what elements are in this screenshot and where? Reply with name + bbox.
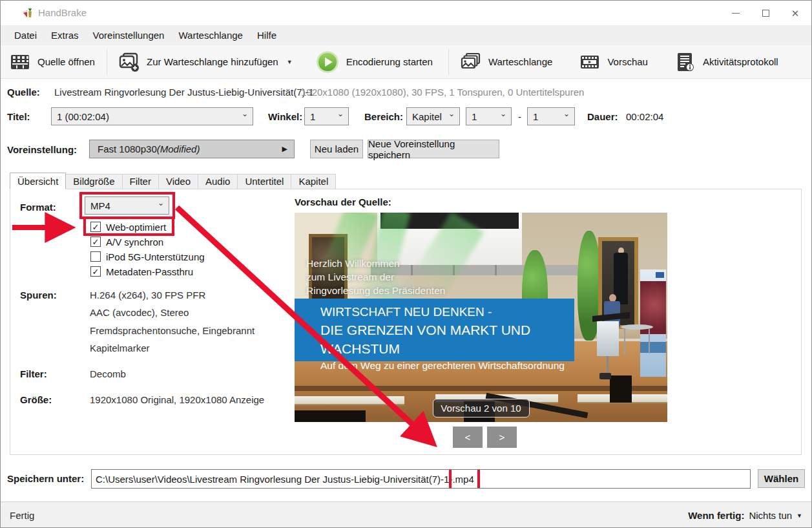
- title-select-value: 1 (00:02:04): [57, 111, 109, 122]
- activity-log-button[interactable]: Aktivitätsprotokoll: [666, 45, 787, 78]
- toolbar-separator: [107, 49, 107, 75]
- status-text: Fertig: [10, 510, 34, 521]
- range-start-select[interactable]: 1 ⌄: [466, 107, 512, 125]
- speaker-box: [610, 375, 632, 403]
- toolbar-separator: [448, 49, 449, 75]
- range-end-select[interactable]: 1 ⌄: [527, 107, 575, 125]
- preview-next-button[interactable]: >: [487, 427, 517, 448]
- when-done-label: Wenn fertig:: [688, 510, 744, 521]
- main-toolbar: Quelle öffnen Zur Warteschlange hinzufüg…: [1, 45, 811, 79]
- range-type-select[interactable]: Kapitel ⌄: [406, 107, 460, 125]
- range-end-value: 1: [533, 111, 538, 122]
- chevron-down-icon: ⌄: [158, 198, 164, 207]
- destination-path-input[interactable]: C:\Users\user\Videos\Livestream Ringvorl…: [91, 469, 751, 489]
- preview-button[interactable]: Vorschau: [570, 45, 657, 78]
- save-as-label: Speichern unter:: [7, 473, 84, 484]
- maximize-button[interactable]: [751, 1, 780, 25]
- reload-preset-button[interactable]: Neu laden: [310, 140, 363, 158]
- av-sync-checkbox[interactable]: [90, 237, 101, 247]
- audience-table: [295, 396, 404, 405]
- metadata-passthru-checkbox[interactable]: [90, 266, 101, 277]
- minimize-button[interactable]: [721, 1, 751, 25]
- checkbox-row-web-optimized: Web-optimiert: [90, 220, 166, 233]
- filmstrip-icon: [579, 52, 600, 72]
- maximize-icon: [762, 10, 769, 17]
- size-label: Größe:: [20, 394, 52, 405]
- chevron-down-icon: ▼: [796, 512, 802, 519]
- menu-warteschlange[interactable]: Warteschlange: [171, 25, 250, 45]
- settings-tabs: Übersicht Bildgröße Filter Video Audio U…: [10, 173, 336, 189]
- chevron-down-icon[interactable]: ▼: [287, 59, 293, 65]
- tab-bildgroesse[interactable]: Bildgröße: [66, 174, 122, 189]
- preview-prev-button[interactable]: <: [453, 427, 483, 448]
- destination-path-extension: .mp4: [452, 474, 474, 485]
- browse-button[interactable]: Wählen: [758, 469, 805, 488]
- menu-hilfe[interactable]: Hilfe: [250, 25, 284, 45]
- range-type-value: Kapitel: [412, 111, 442, 122]
- duration-label: Dauer:: [587, 111, 618, 122]
- preset-select[interactable]: Fast 1080p30 (Modified) ▶: [89, 140, 295, 158]
- queue-button[interactable]: Warteschlange: [452, 45, 562, 78]
- rollup-banner: [640, 269, 666, 377]
- status-bar: Fertig Wenn fertig: Nichts tun ▼: [1, 502, 811, 528]
- save-new-preset-button[interactable]: Neue Voreinstellung speichern: [368, 140, 499, 158]
- rollup-band: [640, 342, 666, 353]
- tab-untertitel[interactable]: Untertitel: [238, 174, 291, 189]
- web-optimized-checkbox[interactable]: [90, 222, 101, 232]
- source-info: 1920x1080 (1920x1080), 30 FPS, 1 Tonspur…: [301, 87, 584, 98]
- welcome-overlay-text: Herzlich Willkommen zum Livestream der R…: [306, 257, 445, 297]
- chevron-down-icon: ⌄: [500, 109, 506, 118]
- track-audio-summary: AAC (avcodec), Stereo: [90, 307, 189, 318]
- close-button[interactable]: ✕: [780, 1, 810, 25]
- when-done-dropdown[interactable]: Wenn fertig: Nichts tun ▼: [688, 510, 802, 521]
- title-label: Titel:: [7, 111, 30, 122]
- menu-datei[interactable]: Datei: [7, 25, 44, 45]
- when-done-value: Nichts tun: [749, 510, 792, 521]
- queue-stack-icon: [461, 52, 481, 72]
- menu-bar: Datei Extras Voreinstellungen Warteschla…: [1, 25, 811, 45]
- start-encode-button[interactable]: Encodierung starten: [307, 45, 442, 78]
- duration-value: 00:02:04: [626, 111, 663, 122]
- window-title: HandBrake: [38, 7, 87, 18]
- title-select[interactable]: 1 (00:02:04) ⌄: [51, 107, 253, 125]
- menu-voreinstellungen[interactable]: Voreinstellungen: [86, 25, 172, 45]
- preset-label: Voreinstellung:: [7, 144, 77, 155]
- tab-filter[interactable]: Filter: [123, 174, 159, 189]
- lectern: [597, 321, 619, 356]
- add-to-queue-icon: [119, 52, 140, 72]
- chevron-down-icon: ⌄: [448, 109, 455, 118]
- preset-modified-flag: (Modified): [157, 143, 200, 154]
- equipment-case: [295, 410, 366, 422]
- side-table-leg: [624, 329, 625, 354]
- close-icon: ✕: [791, 8, 800, 18]
- format-select[interactable]: MP4 ⌄: [85, 196, 169, 215]
- preview-label: Vorschau: [607, 56, 648, 67]
- range-start-value: 1: [472, 111, 477, 122]
- tab-uebersicht[interactable]: Übersicht: [10, 173, 66, 189]
- tab-kapitel[interactable]: Kapitel: [291, 174, 336, 189]
- preset-value: Fast 1080p30: [98, 143, 157, 154]
- play-icon: [316, 50, 339, 74]
- open-source-label: Quelle öffnen: [37, 56, 95, 67]
- track-video-summary: H.264 (x264), 30 FPS PFR: [90, 290, 205, 301]
- angle-select[interactable]: 1 ⌄: [304, 107, 349, 125]
- clapperboard-icon: [10, 52, 30, 72]
- tracks-label: Spuren:: [20, 290, 57, 301]
- tab-video[interactable]: Video: [159, 174, 198, 189]
- angle-label: Winkel:: [268, 111, 302, 122]
- lectern-leg: [607, 356, 609, 374]
- size-value: 1920x1080 Original, 1920x1080 Anzeige: [90, 394, 264, 405]
- ipod-support-checkbox[interactable]: [90, 251, 101, 262]
- angle-select-value: 1: [310, 111, 315, 122]
- filters-label: Filter:: [20, 368, 47, 379]
- source-preview-image: Herzlich Willkommen zum Livestream der R…: [295, 213, 667, 422]
- tab-audio[interactable]: Audio: [198, 174, 238, 189]
- open-source-button[interactable]: Quelle öffnen: [1, 45, 104, 78]
- source-label: Quelle:: [7, 87, 40, 98]
- menu-extras[interactable]: Extras: [44, 25, 86, 45]
- checkbox-row-metadata: Metadaten-Passthru: [90, 265, 193, 278]
- filters-value: Decomb: [90, 368, 126, 379]
- checkbox-row-av-sync: A/V synchron: [90, 235, 163, 248]
- add-to-queue-button[interactable]: Zur Warteschlange hinzufügen ▼: [110, 45, 302, 78]
- add-to-queue-label: Zur Warteschlange hinzufügen: [147, 56, 278, 67]
